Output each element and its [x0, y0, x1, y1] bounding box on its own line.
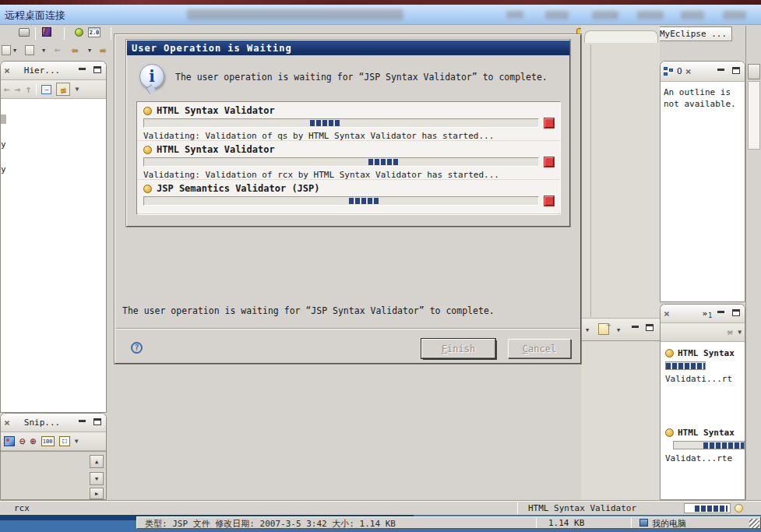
tab-hierarchy[interactable]: Hier...: [24, 65, 60, 76]
forward-history-button[interactable]: ⇨: [100, 43, 106, 55]
back-history-dropdown[interactable]: ▼: [88, 48, 91, 54]
outline-message: An outline is not available.: [661, 82, 745, 301]
explorer-size-field: 1.14 KB: [548, 518, 584, 528]
eclipse-statusbar: rcx HTML Syntax Validator: [0, 500, 761, 515]
view-menu-dropdown-icon[interactable]: ▼: [75, 439, 79, 445]
progress-tab-row: × » 1: [661, 305, 745, 323]
maximize-icon: [646, 324, 654, 331]
job-entry[interactable]: HTML Syntax Validator Validating: Valida…: [137, 102, 560, 141]
job-entry[interactable]: HTML Syntax Validator Validating: Valida…: [137, 141, 560, 180]
cube-icon: [42, 27, 51, 37]
print-button[interactable]: [19, 28, 30, 37]
wizard-waiting-message: The user operation is waiting for “JSP S…: [122, 305, 495, 316]
progress-job-item[interactable]: HTML Syntax Validati...rt: [665, 348, 743, 384]
explorer-zone-field: 我的电脑: [652, 518, 686, 529]
back-history-button[interactable]: ⇦: [72, 43, 78, 55]
blurred-menu-item: [637, 11, 664, 19]
run-tool-button[interactable]: [75, 28, 83, 37]
running-jobs-list: HTML Syntax Validator Validating: Valida…: [136, 101, 561, 215]
statusbar-mini-progress[interactable]: [684, 503, 731, 513]
view-chevron-icon[interactable]: »: [703, 308, 708, 319]
maximize-view-button[interactable]: [643, 324, 655, 333]
version-tool-button[interactable]: 2.0: [88, 27, 100, 37]
progress-job-name: HTML Syntax: [678, 348, 735, 358]
blurred-title-text: [187, 9, 403, 20]
dropdown-icon[interactable]: ▼: [617, 328, 620, 333]
minimize-view-button[interactable]: [629, 324, 641, 333]
scroll-track[interactable]: [748, 81, 760, 150]
view-menu-dropdown-icon[interactable]: ▼: [75, 86, 79, 93]
snippets-toolbar: ⊖ ⊕ 100 ▼: [1, 432, 106, 451]
stop-job-button[interactable]: [544, 157, 554, 167]
clipped-text-fragment: y: [1, 164, 6, 174]
job-entry[interactable]: JSP Semantics Validator (JSP): [137, 180, 560, 213]
minimize-view-button[interactable]: [76, 418, 88, 428]
print-icon: [19, 28, 30, 37]
help-button[interactable]: ?: [131, 342, 143, 354]
pending-clock-icon: [143, 146, 152, 154]
fit-to-window-icon[interactable]: [59, 436, 70, 446]
snippets-content[interactable]: ▲ ▼ ▶: [1, 451, 106, 499]
maximize-view-button[interactable]: [730, 309, 742, 319]
stop-job-button[interactable]: [544, 196, 554, 206]
scroll-up-button[interactable]: ▲: [90, 455, 104, 468]
zoom-100-button[interactable]: 100: [41, 436, 55, 446]
statusbar-separator: [631, 518, 632, 528]
forward-arrow-icon[interactable]: →: [15, 83, 21, 95]
clipped-selection-fragment: [1, 115, 6, 124]
stop-job-button[interactable]: [544, 118, 554, 128]
minimize-view-button[interactable]: [76, 66, 88, 76]
minimize-view-button[interactable]: [715, 67, 727, 76]
snippets-tab-row: × Snip...: [1, 414, 106, 432]
tab-snippets[interactable]: Snip...: [24, 417, 60, 428]
back-arrow-icon: ←: [55, 44, 61, 55]
image-tool-icon[interactable]: [4, 436, 15, 446]
minimize-view-button[interactable]: [715, 309, 727, 319]
stop-all-icon[interactable]: ×: [727, 326, 733, 338]
view-sash[interactable]: [590, 44, 591, 317]
open-resource-button[interactable]: [25, 45, 34, 55]
dialog-separator: [116, 328, 580, 329]
close-icon[interactable]: ×: [4, 65, 10, 76]
open-file-icon: [25, 45, 34, 55]
rdp-titlebar[interactable]: 远程桌面连接: [0, 5, 761, 25]
remote-desktop-screen: 远程桌面连接 2.0 M MyEclipse ... ▼ ▼ ← ⇦ ▼ ⇨ ×…: [0, 0, 761, 532]
new-file-dropdown[interactable]: ▼: [13, 48, 16, 54]
resize-grip[interactable]: [749, 519, 759, 528]
back-disabled-button[interactable]: ←: [55, 44, 61, 55]
collapse-all-icon[interactable]: −: [41, 85, 51, 94]
zoom-in-icon[interactable]: ⊕: [30, 435, 37, 447]
restore-view-button[interactable]: [748, 64, 760, 79]
dropdown-icon[interactable]: ▼: [586, 328, 589, 333]
progress-indicator-icon[interactable]: [735, 504, 743, 513]
maximize-view-button[interactable]: [91, 66, 103, 76]
maximize-view-button[interactable]: [91, 418, 103, 428]
back-arrow-icon[interactable]: ←: [4, 83, 10, 95]
explorer-file-info: 类型: JSP 文件 修改日期: 2007-3-5 3:42 大小: 1.14 …: [145, 518, 396, 529]
scroll-right-button[interactable]: ▶: [90, 488, 104, 499]
close-icon[interactable]: ×: [685, 66, 692, 76]
maximize-view-button[interactable]: [730, 67, 742, 76]
new-file-button[interactable]: [2, 45, 11, 55]
hierarchy-content[interactable]: y y: [1, 99, 106, 412]
tab-outline[interactable]: O: [677, 66, 682, 76]
statusbar-separator: [536, 518, 537, 528]
up-arrow-icon[interactable]: ↑: [26, 83, 32, 95]
zoom-out-icon[interactable]: ⊖: [19, 435, 26, 447]
finish-button-label: Finish: [442, 344, 475, 354]
scroll-down-button[interactable]: ▼: [90, 472, 104, 485]
deploy-button[interactable]: [42, 27, 51, 37]
open-resource-dropdown[interactable]: ▼: [42, 48, 45, 54]
close-icon[interactable]: ×: [664, 308, 670, 319]
view-menu-dropdown-icon[interactable]: ▼: [738, 329, 742, 336]
down-arrow-icon: ▼: [95, 476, 98, 482]
progress-toolbar: × ▼: [661, 323, 745, 342]
cancel-button[interactable]: Cancel: [508, 339, 571, 358]
link-with-editor-button[interactable]: ⇄: [56, 83, 70, 96]
nav-back-icon: ⇦: [72, 43, 78, 55]
close-icon[interactable]: ×: [4, 417, 10, 428]
version-2-0-icon: 2.0: [88, 27, 100, 37]
progress-job-item[interactable]: HTML Syntax Validat...rte: [665, 428, 745, 463]
finish-button[interactable]: Finish: [421, 339, 495, 358]
dialog-titlebar[interactable]: User Operation is Waiting: [127, 41, 569, 55]
